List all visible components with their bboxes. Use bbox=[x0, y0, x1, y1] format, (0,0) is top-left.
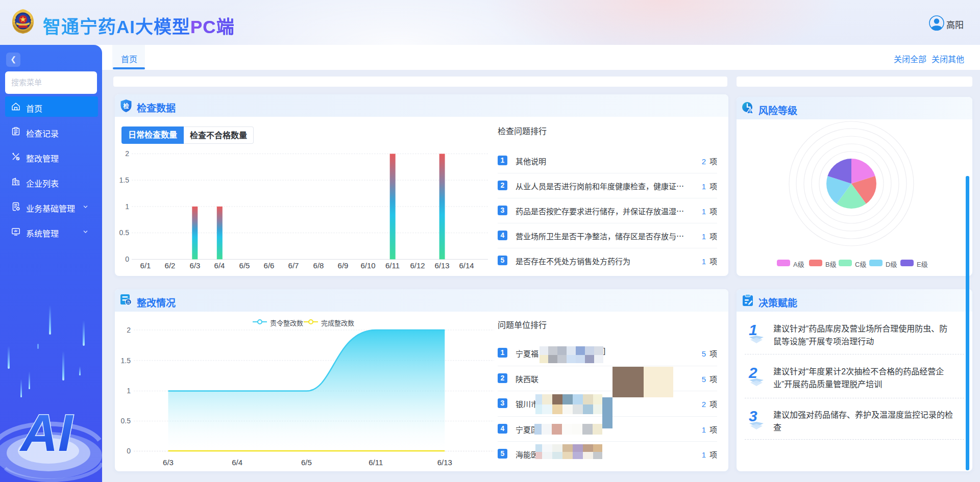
svg-text:6/5: 6/5 bbox=[239, 261, 250, 270]
svg-text:6/13: 6/13 bbox=[434, 261, 449, 270]
svg-text:6/2: 6/2 bbox=[165, 261, 176, 270]
svg-text:1.5: 1.5 bbox=[121, 357, 131, 365]
svg-text:1: 1 bbox=[125, 202, 129, 211]
svg-text:2: 2 bbox=[125, 149, 129, 158]
svg-text:6/5: 6/5 bbox=[301, 458, 312, 467]
svg-text:6/6: 6/6 bbox=[264, 261, 275, 270]
svg-text:6/3: 6/3 bbox=[163, 458, 174, 467]
svg-text:6/1: 6/1 bbox=[140, 261, 151, 270]
svg-text:6/11: 6/11 bbox=[385, 261, 400, 270]
svg-text:6/11: 6/11 bbox=[369, 458, 383, 467]
svg-text:6/7: 6/7 bbox=[288, 261, 299, 270]
svg-text:0: 0 bbox=[125, 255, 129, 263]
svg-text:6/13: 6/13 bbox=[437, 458, 452, 467]
svg-text:6/3: 6/3 bbox=[190, 261, 201, 270]
svg-text:6/4: 6/4 bbox=[214, 261, 225, 270]
svg-text:6/12: 6/12 bbox=[410, 261, 425, 270]
svg-text:6/4: 6/4 bbox=[232, 458, 242, 467]
svg-text:6/9: 6/9 bbox=[338, 261, 349, 270]
svg-text:检: 检 bbox=[124, 103, 129, 109]
svg-text:0.5: 0.5 bbox=[119, 229, 130, 237]
svg-text:6/14: 6/14 bbox=[459, 261, 474, 270]
svg-text:改: 改 bbox=[127, 300, 130, 305]
svg-text:1: 1 bbox=[127, 387, 131, 395]
svg-text:AI: AI bbox=[19, 404, 74, 462]
svg-text:1.5: 1.5 bbox=[119, 176, 130, 184]
svg-text:0: 0 bbox=[127, 447, 131, 455]
svg-text:6/8: 6/8 bbox=[313, 261, 324, 270]
svg-text:0.5: 0.5 bbox=[121, 417, 131, 425]
svg-text:6/10: 6/10 bbox=[360, 261, 375, 270]
svg-text:2: 2 bbox=[127, 326, 131, 334]
